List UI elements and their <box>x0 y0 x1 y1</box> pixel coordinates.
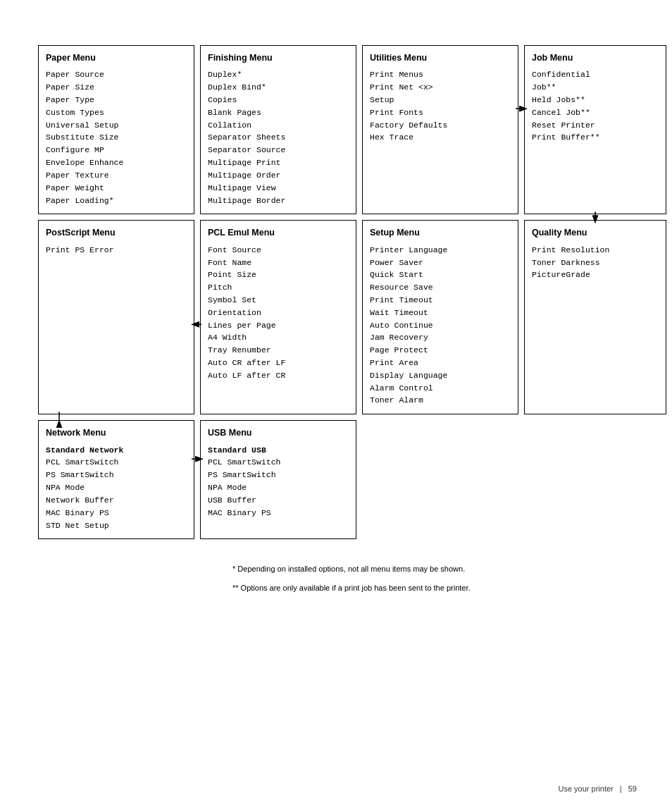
setup-menu-item-7: Jam Recovery <box>370 331 511 344</box>
usb-menu-item-1: PCL SmartSwitch <box>208 456 349 469</box>
paper-menu-item-5: Substitute Size <box>46 131 187 144</box>
utilities-menu-item-2: Setup <box>370 94 511 106</box>
usb-menu-item-4: USB Buffer <box>208 494 349 507</box>
job-menu-item-0: Confidential <box>532 68 659 81</box>
quality-menu: Quality MenuPrint ResolutionToner Darkne… <box>524 220 666 414</box>
postscript-menu-title: PostScript Menu <box>46 226 187 240</box>
paper-menu-item-6: Configure MP <box>46 144 187 156</box>
usb-menu-title: USB Menu <box>208 426 349 440</box>
network-menu-title: Network Menu <box>46 426 187 440</box>
pcl-emul-menu-item-6: Lines per Page <box>208 319 349 332</box>
setup-menu-item-9: Print Area <box>370 357 511 369</box>
finishing-menu-item-10: Multipage Border <box>208 195 349 207</box>
footer-text: Use your printer <box>559 784 614 793</box>
paper-menu: Paper MenuPaper SourcePaper SizePaper Ty… <box>38 45 194 214</box>
quality-menu-item-2: PictureGrade <box>532 269 659 281</box>
network-menu-item-2: PS SmartSwitch <box>46 469 187 481</box>
usb-menu-item-0: Standard USB <box>208 444 349 457</box>
paper-menu-item-1: Paper Size <box>46 81 187 94</box>
network-menu-item-5: MAC Binary PS <box>46 507 187 519</box>
pcl-emul-menu-item-1: Font Name <box>208 257 349 269</box>
footnote-1: ** Options are only available if a print… <box>232 582 637 594</box>
utilities-menu: Utilities MenuPrint MenusPrint Net <x>Se… <box>362 45 518 214</box>
paper-menu-item-7: Envelope Enhance <box>46 156 187 169</box>
quality-menu-title: Quality Menu <box>532 226 659 240</box>
paper-menu-item-4: Universal Setup <box>46 119 187 132</box>
network-menu-item-4: Network Buffer <box>46 494 187 507</box>
pcl-emul-menu-item-0: Font Source <box>208 244 349 257</box>
finishing-menu-item-0: Duplex* <box>208 68 349 81</box>
paper-menu-title: Paper Menu <box>46 51 187 65</box>
usb-menu-item-5: MAC Binary PS <box>208 507 349 519</box>
pcl-emul-menu-item-10: Auto LF after CR <box>208 369 349 382</box>
postscript-menu: PostScript MenuPrint PS Error <box>38 220 194 414</box>
paper-menu-item-3: Custom Types <box>46 106 187 119</box>
job-menu-item-2: Held Jobs** <box>532 94 659 106</box>
utilities-menu-item-4: Factory Defaults <box>370 119 511 132</box>
menus-grid: Paper MenuPaper SourcePaper SizePaper Ty… <box>35 42 637 542</box>
paper-menu-item-9: Paper Weight <box>46 182 187 195</box>
pcl-emul-menu-title: PCL Emul Menu <box>208 226 349 240</box>
utilities-menu-item-0: Print Menus <box>370 68 511 81</box>
utilities-menu-title: Utilities Menu <box>370 51 511 65</box>
setup-menu-title: Setup Menu <box>370 226 511 240</box>
job-menu-item-4: Reset Printer <box>532 119 659 132</box>
quality-menu-item-0: Print Resolution <box>532 244 659 257</box>
pcl-emul-menu: PCL Emul MenuFont SourceFont NamePoint S… <box>200 220 356 414</box>
network-menu-item-6: STD Net Setup <box>46 519 187 532</box>
finishing-menu-title: Finishing Menu <box>208 51 349 65</box>
page-footer: Use your printer | 59 <box>559 784 637 793</box>
setup-menu-item-1: Power Saver <box>370 257 511 269</box>
pcl-emul-menu-item-7: A4 Width <box>208 331 349 344</box>
job-menu-title: Job Menu <box>532 51 659 65</box>
usb-menu-item-2: PS SmartSwitch <box>208 469 349 481</box>
setup-menu-item-0: Printer Language <box>370 244 511 257</box>
job-menu-item-3: Cancel Job** <box>532 106 659 119</box>
postscript-menu-item-0: Print PS Error <box>46 244 187 257</box>
footer-page: 59 <box>628 784 637 793</box>
paper-menu-item-0: Paper Source <box>46 68 187 81</box>
setup-menu-item-3: Resource Save <box>370 281 511 294</box>
finishing-menu-item-2: Copies <box>208 94 349 106</box>
utilities-menu-item-1: Print Net <x> <box>370 81 511 94</box>
pcl-emul-menu-item-3: Pitch <box>208 281 349 294</box>
setup-menu-item-5: Wait Timeout <box>370 307 511 319</box>
finishing-menu-item-3: Blank Pages <box>208 106 349 119</box>
setup-menu-item-2: Quick Start <box>370 269 511 281</box>
footnotes: * Depending on installed options, not al… <box>232 563 637 593</box>
usb-menu-item-3: NPA Mode <box>208 481 349 494</box>
utilities-menu-item-5: Hex Trace <box>370 131 511 144</box>
finishing-menu-item-9: Multipage View <box>208 182 349 195</box>
setup-menu-item-8: Page Protect <box>370 344 511 357</box>
pcl-emul-menu-item-2: Point Size <box>208 269 349 281</box>
job-menu-item-5: Print Buffer** <box>532 131 659 144</box>
setup-menu-item-12: Toner Alarm <box>370 394 511 407</box>
job-menu: Job MenuConfidentialJob**Held Jobs**Canc… <box>524 45 666 214</box>
pcl-emul-menu-item-9: Auto CR after LF <box>208 357 349 369</box>
paper-menu-item-10: Paper Loading* <box>46 195 187 207</box>
network-menu-item-3: NPA Mode <box>46 481 187 494</box>
footnote-0: * Depending on installed options, not al… <box>232 563 637 575</box>
finishing-menu-item-4: Collation <box>208 119 349 132</box>
usb-menu: USB MenuStandard USBPCL SmartSwitchPS Sm… <box>200 420 356 539</box>
pcl-emul-menu-item-5: Orientation <box>208 307 349 319</box>
setup-menu: Setup MenuPrinter LanguagePower SaverQui… <box>362 220 518 414</box>
pcl-emul-menu-item-8: Tray Renumber <box>208 344 349 357</box>
finishing-menu-item-5: Separator Sheets <box>208 131 349 144</box>
paper-menu-item-2: Paper Type <box>46 94 187 106</box>
job-menu-item-1: Job** <box>532 81 659 94</box>
footer-separator: | <box>620 784 622 793</box>
finishing-menu-item-8: Multipage Order <box>208 169 349 182</box>
pcl-emul-menu-item-4: Symbol Set <box>208 294 349 307</box>
setup-menu-item-10: Display Language <box>370 369 511 382</box>
finishing-menu: Finishing MenuDuplex*Duplex Bind*CopiesB… <box>200 45 356 214</box>
setup-menu-item-4: Print Timeout <box>370 294 511 307</box>
utilities-menu-item-3: Print Fonts <box>370 106 511 119</box>
network-menu: Network MenuStandard NetworkPCL SmartSwi… <box>38 420 194 539</box>
network-menu-item-1: PCL SmartSwitch <box>46 456 187 469</box>
setup-menu-item-11: Alarm Control <box>370 382 511 395</box>
network-menu-item-0: Standard Network <box>46 444 187 457</box>
setup-menu-item-6: Auto Continue <box>370 319 511 332</box>
paper-menu-item-8: Paper Texture <box>46 169 187 182</box>
page-content: Paper MenuPaper SourcePaper SizePaper Ty… <box>35 42 637 593</box>
